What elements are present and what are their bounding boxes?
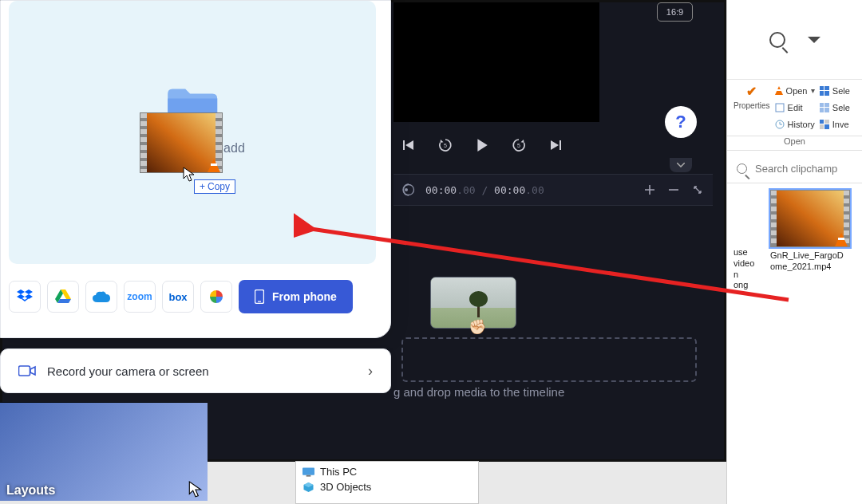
layouts-label: Layouts bbox=[6, 483, 55, 498]
history-icon bbox=[775, 120, 785, 129]
svg-rect-7 bbox=[258, 301, 261, 302]
edit-button[interactable]: Edit bbox=[775, 100, 815, 114]
audio-toggle-icon[interactable] bbox=[401, 183, 416, 197]
google-drive-button[interactable] bbox=[47, 281, 79, 313]
timecode-total: 00:00 bbox=[494, 184, 525, 196]
file-item-selected[interactable]: GnR_Live_FargoD ome_2021.mp4 bbox=[770, 190, 850, 291]
google-photos-button[interactable] bbox=[200, 281, 232, 313]
timeline-drop-zone[interactable] bbox=[401, 337, 697, 382]
zoom-button[interactable]: zoom bbox=[124, 281, 156, 313]
svg-rect-8 bbox=[19, 366, 30, 376]
drag-copy-badge: + Copy bbox=[194, 179, 235, 194]
rewind-5s-button[interactable]: 5 bbox=[438, 138, 453, 152]
svg-text:5: 5 bbox=[517, 143, 520, 148]
timecode-total-frac: .00 bbox=[525, 184, 544, 196]
select-all-button[interactable]: Sele bbox=[820, 84, 850, 97]
svg-text:5: 5 bbox=[444, 143, 447, 148]
grab-cursor-icon: ✊🏻 bbox=[469, 318, 486, 336]
edit-icon bbox=[775, 103, 785, 112]
layouts-strip[interactable]: Layouts bbox=[0, 402, 208, 501]
nav-label: This PC bbox=[320, 466, 357, 478]
grid-icon bbox=[820, 120, 829, 129]
dragged-file-thumbnail bbox=[140, 112, 223, 173]
search-icon[interactable] bbox=[769, 32, 785, 48]
vlc-cone-icon bbox=[208, 159, 220, 172]
properties-check-icon: ✔ bbox=[745, 84, 759, 98]
video-thumbnail bbox=[770, 190, 850, 247]
record-label: Record your camera or screen bbox=[47, 364, 209, 378]
vlc-cone-icon bbox=[775, 86, 783, 95]
nav-label: 3D Objects bbox=[320, 481, 371, 493]
forward-5s-button[interactable]: 5 bbox=[512, 138, 526, 152]
chevron-right-icon: › bbox=[368, 363, 373, 380]
phone-icon bbox=[255, 289, 264, 304]
search-icon bbox=[737, 163, 747, 174]
file-label: use bbox=[733, 247, 765, 258]
history-button[interactable]: History bbox=[775, 117, 815, 131]
select-none-button[interactable]: Sele bbox=[820, 100, 850, 114]
timeline-hint-text: g and drop media to the timeline bbox=[393, 385, 564, 399]
svg-rect-0 bbox=[403, 140, 405, 150]
file-item[interactable]: use video n ong bbox=[733, 190, 765, 291]
copy-label: Copy bbox=[208, 181, 230, 192]
camera-icon bbox=[18, 364, 36, 377]
record-camera-screen-button[interactable]: Record your camera or screen › bbox=[0, 348, 391, 393]
help-button[interactable]: ? bbox=[665, 106, 697, 138]
mouse-cursor-icon bbox=[188, 481, 203, 501]
file-label: ome_2021.mp4 bbox=[770, 262, 850, 273]
timecode-current-frac: .00 bbox=[457, 184, 475, 196]
file-label: n bbox=[733, 270, 765, 281]
open-button[interactable]: Open ▾ bbox=[775, 84, 815, 97]
invert-selection-button[interactable]: Inve bbox=[820, 117, 850, 131]
chevron-down-icon[interactable] bbox=[808, 37, 820, 43]
from-phone-label: From phone bbox=[272, 290, 337, 303]
timeline-area[interactable]: ✊🏻 g and drop media to the timeline bbox=[393, 258, 713, 417]
svg-rect-3 bbox=[560, 140, 561, 150]
explorer-top-toolbar bbox=[727, 0, 862, 80]
file-gallery: use video n ong GnR_Live_FargoD ome_2021… bbox=[727, 183, 862, 297]
explorer-nav-item-thispc[interactable]: This PC bbox=[302, 464, 472, 479]
skip-end-button[interactable] bbox=[548, 138, 563, 152]
cloud-providers-row: zoom box From phone bbox=[9, 280, 353, 313]
zoom-out-button[interactable] bbox=[666, 183, 681, 197]
explorer-ribbon: ✔ Properties Open ▾ Edit History Sele Se… bbox=[727, 80, 862, 136]
plus-icon: + bbox=[200, 181, 205, 192]
skip-start-button[interactable] bbox=[401, 138, 416, 152]
file-label: video bbox=[733, 258, 765, 270]
media-drop-zone[interactable]: Drop media to add + Copy bbox=[9, 1, 376, 264]
collapse-button[interactable] bbox=[690, 183, 705, 197]
file-label: GnR_Live_FargoD bbox=[770, 250, 850, 262]
explorer-nav-tree[interactable]: This PC 3D Objects bbox=[295, 461, 479, 504]
explorer-nav-item-3dobjects[interactable]: 3D Objects bbox=[302, 479, 472, 494]
timecode-divider: / bbox=[476, 184, 494, 196]
media-import-panel: Drop media to add + Copy zoom box bbox=[0, 0, 391, 338]
explorer-search[interactable] bbox=[727, 155, 862, 183]
svg-rect-10 bbox=[306, 474, 311, 476]
zoom-in-button[interactable] bbox=[643, 183, 657, 197]
cube-icon bbox=[302, 482, 314, 492]
grid-icon bbox=[820, 103, 829, 112]
pc-icon bbox=[302, 467, 314, 477]
search-input[interactable] bbox=[755, 163, 851, 175]
from-phone-button[interactable]: From phone bbox=[239, 280, 353, 313]
file-explorer-pane: ✔ Properties Open ▾ Edit History Sele Se… bbox=[726, 0, 862, 504]
dropbox-button[interactable] bbox=[9, 281, 41, 313]
grid-icon bbox=[820, 86, 829, 96]
properties-caption[interactable]: Properties bbox=[733, 101, 770, 110]
box-button[interactable]: box bbox=[162, 281, 194, 313]
svg-point-5 bbox=[405, 188, 408, 191]
ribbon-section-label: Open bbox=[727, 136, 862, 151]
svg-rect-9 bbox=[302, 467, 314, 474]
help-expand-chevron[interactable] bbox=[670, 158, 692, 172]
svg-rect-11 bbox=[776, 104, 784, 112]
timeline-toolbar: 00:00.00 / 00:00.00 bbox=[393, 174, 713, 206]
video-preview bbox=[393, 2, 599, 122]
aspect-ratio-badge[interactable]: 16:9 bbox=[657, 2, 693, 22]
play-button[interactable] bbox=[475, 138, 489, 152]
vlc-cone-icon bbox=[835, 233, 848, 246]
file-label: ong bbox=[733, 280, 765, 291]
timecode-current: 00:00 bbox=[425, 184, 457, 196]
playback-controls: 5 5 bbox=[401, 138, 563, 152]
onedrive-button[interactable] bbox=[85, 281, 117, 313]
